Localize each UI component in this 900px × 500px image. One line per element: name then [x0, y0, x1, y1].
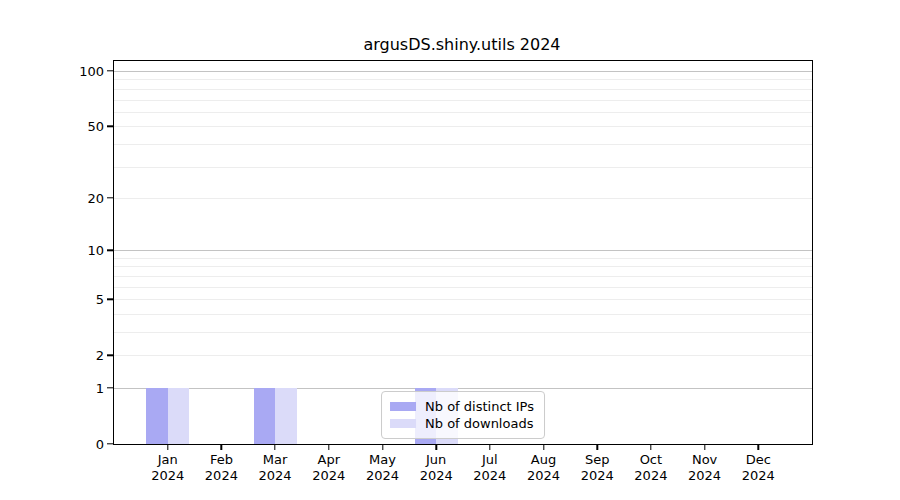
- major-gridline: [114, 388, 812, 389]
- x-tick-label-dec: Dec2024: [726, 452, 790, 484]
- minor-gridline: [114, 126, 812, 127]
- y-tick-label: 10: [87, 243, 104, 258]
- legend-swatch-downloads: [390, 419, 416, 428]
- legend-entry-downloads: Nb of downloads: [390, 415, 534, 432]
- year-label: 2024: [726, 468, 790, 484]
- minor-gridline: [114, 144, 812, 145]
- bar-mar-distinct-ips: [254, 388, 276, 444]
- y-tick-label: 20: [87, 190, 104, 205]
- legend: Nb of distinct IPs Nb of downloads: [381, 391, 545, 439]
- x-tick-mark: [704, 445, 705, 450]
- bar-jan-distinct-ips: [146, 388, 168, 444]
- x-tick-mark: [489, 445, 490, 450]
- minor-gridline: [114, 314, 812, 315]
- major-gridline: [114, 71, 812, 72]
- y-tick-label: 100: [79, 64, 104, 79]
- legend-entry-distinct-ips: Nb of distinct IPs: [390, 398, 534, 415]
- y-tick-mark: [107, 387, 113, 388]
- x-tick-mark: [221, 445, 222, 450]
- legend-label-distinct-ips: Nb of distinct IPs: [425, 399, 534, 414]
- y-tick-label: 50: [87, 119, 104, 134]
- minor-gridline: [114, 258, 812, 259]
- bar-jan-downloads: [168, 388, 190, 444]
- y-tick-label: 5: [96, 292, 104, 307]
- minor-gridline: [114, 332, 812, 333]
- minor-gridline: [114, 266, 812, 267]
- y-tick-label: 1: [96, 381, 104, 396]
- minor-gridline: [114, 299, 812, 300]
- y-tick-label: 2: [96, 348, 104, 363]
- y-tick-mark: [107, 197, 113, 198]
- x-tick-mark: [596, 445, 597, 450]
- y-tick-mark: [107, 354, 113, 355]
- legend-swatch-distinct-ips: [390, 402, 416, 411]
- y-tick-mark: [107, 298, 113, 299]
- x-tick-mark: [758, 445, 759, 450]
- x-tick-mark: [543, 445, 544, 450]
- minor-gridline: [114, 167, 812, 168]
- minor-gridline: [114, 276, 812, 277]
- x-tick-mark: [650, 445, 651, 450]
- bar-mar-downloads: [275, 388, 297, 444]
- y-tick-mark: [107, 443, 113, 444]
- chart-title: argusDS.shiny.utils 2024: [113, 35, 811, 54]
- legend-label-downloads: Nb of downloads: [425, 416, 533, 431]
- y-tick-label: 0: [96, 437, 104, 452]
- x-tick-mark: [328, 445, 329, 450]
- figure: argusDS.shiny.utils 2024 1005020105210 J…: [0, 0, 900, 500]
- major-gridline: [114, 250, 812, 251]
- minor-gridline: [114, 198, 812, 199]
- y-tick-mark: [107, 70, 113, 71]
- x-tick-mark: [167, 445, 168, 450]
- minor-gridline: [114, 100, 812, 101]
- minor-gridline: [114, 79, 812, 80]
- y-tick-mark: [107, 125, 113, 126]
- minor-gridline: [114, 355, 812, 356]
- y-tick-mark: [107, 249, 113, 250]
- plot-area: 1005020105210 Jan2024Feb2024Mar2024Apr20…: [113, 60, 813, 445]
- x-tick-mark: [274, 445, 275, 450]
- x-tick-mark: [435, 445, 436, 450]
- minor-gridline: [114, 89, 812, 90]
- month-label: Dec: [726, 452, 790, 468]
- x-tick-mark: [382, 445, 383, 450]
- minor-gridline: [114, 287, 812, 288]
- minor-gridline: [114, 112, 812, 113]
